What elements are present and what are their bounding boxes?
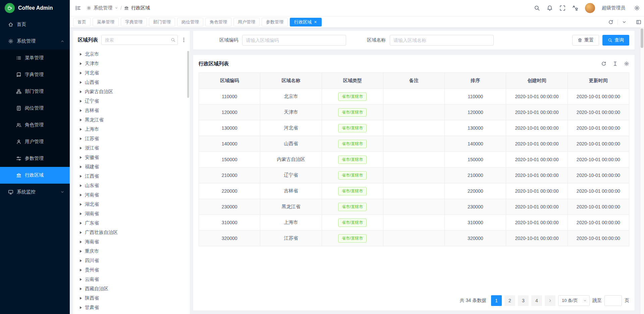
tree-item-20[interactable]: 海南省	[73, 237, 190, 247]
page-button-3[interactable]: 3	[518, 295, 529, 306]
tree-scrollbar[interactable]	[187, 51, 189, 98]
sidebar-subitem-4[interactable]: 角色管理	[0, 117, 70, 133]
settings-gear-icon[interactable]	[634, 5, 640, 11]
sidebar-subitem-0[interactable]: 菜单管理	[0, 50, 70, 66]
refresh-icon[interactable]	[601, 61, 606, 66]
tree-item-1[interactable]: 天津市	[73, 59, 190, 68]
close-icon[interactable]	[314, 20, 317, 24]
page-button-1[interactable]: 1	[491, 295, 502, 306]
tree-item-18[interactable]: 广东省	[73, 218, 190, 228]
tab-6[interactable]: 用户管理	[233, 18, 260, 26]
jump-input[interactable]	[604, 295, 622, 306]
tree-item-15[interactable]: 河南省	[73, 190, 190, 200]
density-icon[interactable]	[612, 61, 618, 66]
cell: 2020-10-01 00:00:00	[568, 231, 629, 246]
refresh-icon[interactable]	[608, 19, 613, 25]
page-button-4[interactable]: 4	[531, 295, 542, 306]
tab-8[interactable]: 行政区域	[290, 18, 322, 26]
column-settings-icon[interactable]	[624, 61, 629, 66]
avatar[interactable]	[585, 3, 595, 13]
ellipsis-menu-icon[interactable]	[181, 37, 186, 43]
username[interactable]: 超级管理员	[602, 5, 625, 11]
tab-menu-chevron-icon[interactable]	[622, 20, 627, 24]
logo[interactable]: Coffee Admin	[0, 0, 70, 16]
post-icon	[16, 106, 21, 111]
sidebar-subitem-5[interactable]: 用户管理	[0, 133, 70, 150]
tree-item-12[interactable]: 福建省	[73, 162, 190, 172]
chevron-right-icon	[80, 288, 82, 290]
layout-icon[interactable]	[636, 19, 641, 25]
bell-icon[interactable]	[547, 5, 553, 11]
tree-item-19[interactable]: 广西壮族自治区	[73, 228, 190, 237]
tree-item-6[interactable]: 吉林省	[73, 106, 190, 115]
cell: 黑龙江省	[260, 199, 322, 215]
page-button-2[interactable]: 2	[504, 295, 515, 306]
search-button[interactable]: 查询	[602, 35, 629, 46]
region-type-badge: 省市/直辖市	[338, 234, 367, 243]
tree-item-26[interactable]: 陕西省	[73, 294, 190, 303]
sidebar-item-2[interactable]: 系统监控	[0, 184, 70, 200]
tree-item-16[interactable]: 湖北省	[73, 200, 190, 209]
tree-item-5[interactable]: 辽宁省	[73, 97, 190, 106]
sidebar-item-0[interactable]: 首页	[0, 16, 70, 33]
tree-item-10[interactable]: 浙江省	[73, 143, 190, 153]
tree-item-9[interactable]: 江苏省	[73, 134, 190, 143]
tree-item-label: 辽宁省	[85, 98, 99, 104]
tree-item-22[interactable]: 四川省	[73, 256, 190, 265]
jump-suffix: 页	[625, 298, 629, 304]
chevron-right-icon	[80, 137, 82, 140]
tree-item-25[interactable]: 西藏自治区	[73, 284, 190, 294]
region-name-input[interactable]	[390, 35, 494, 46]
tab-2[interactable]: 字典管理	[121, 18, 147, 26]
reset-button[interactable]: 重置	[572, 35, 599, 46]
translate-icon[interactable]	[572, 5, 578, 11]
tab-1[interactable]: 菜单管理	[93, 18, 119, 26]
table-wrap: 区域编码区域名称区域类型备注排序创建时间更新时间 110000北京市省市/直辖市…	[199, 72, 629, 246]
sidebar-subitem-1[interactable]: 字典管理	[0, 66, 70, 83]
page-scrollbar-thumb[interactable]	[641, 28, 643, 48]
tree-item-7[interactable]: 黑龙江省	[73, 115, 190, 125]
tree-item-8[interactable]: 上海市	[73, 125, 190, 134]
tree-item-23[interactable]: 贵州省	[73, 265, 190, 275]
tree-item-4[interactable]: 内蒙古自治区	[73, 87, 190, 97]
sidebar-subitem-3[interactable]: 岗位管理	[0, 100, 70, 117]
sidebar-subitem-6[interactable]: 参数管理	[0, 150, 70, 167]
chevron-right-icon	[80, 119, 82, 121]
tree-item-label: 陕西省	[85, 295, 99, 301]
tab-0[interactable]: 首页	[73, 18, 91, 26]
tree-item-3[interactable]: 山西省	[73, 78, 190, 87]
tree-item-0[interactable]: 北京市	[73, 50, 190, 59]
sidebar-subitem-7[interactable]: 行政区域	[0, 167, 70, 184]
tree-item-24[interactable]: 云南省	[73, 275, 190, 284]
tree-item-17[interactable]: 湖南省	[73, 209, 190, 218]
tree-item-28[interactable]: 青海省	[73, 312, 190, 314]
chevron-right-icon	[80, 90, 82, 93]
tree-item-27[interactable]: 甘肃省	[73, 303, 190, 312]
tree-item-13[interactable]: 江西省	[73, 172, 190, 181]
tree-item-21[interactable]: 重庆市	[73, 247, 190, 256]
tab-5[interactable]: 角色管理	[205, 18, 231, 26]
region-code-input[interactable]	[242, 35, 346, 46]
fullscreen-icon[interactable]	[559, 5, 566, 11]
tree-item-2[interactable]: 河北省	[73, 68, 190, 78]
tab-7[interactable]: 参数管理	[262, 18, 288, 26]
next-page-button[interactable]	[545, 295, 555, 306]
search-icon[interactable]	[171, 38, 175, 42]
breadcrumb-system[interactable]: 系统管理	[94, 5, 112, 11]
sidebar-item-1[interactable]: 系统管理	[0, 33, 70, 50]
sidebar-subitem-2[interactable]: 部门管理	[0, 83, 70, 100]
search-icon[interactable]	[534, 5, 540, 11]
page-size-select[interactable]: 10 条/页	[558, 295, 590, 306]
tree-item-11[interactable]: 安徽省	[73, 153, 190, 162]
cell: 2020-10-01 00:00:00	[506, 136, 568, 152]
page-scrollbar[interactable]	[640, 27, 644, 314]
menu-collapse-icon[interactable]	[75, 5, 81, 11]
topbar-actions: 超级管理员	[534, 3, 640, 13]
sidebar-item-label: 系统管理	[17, 38, 36, 44]
parameter-icon	[16, 156, 21, 161]
tree-item-14[interactable]: 山东省	[73, 181, 190, 190]
tab-3[interactable]: 部门管理	[149, 18, 175, 26]
tree-item-label: 湖北省	[85, 201, 99, 207]
tree-search-input[interactable]	[101, 35, 178, 45]
tab-4[interactable]: 岗位管理	[177, 18, 203, 26]
